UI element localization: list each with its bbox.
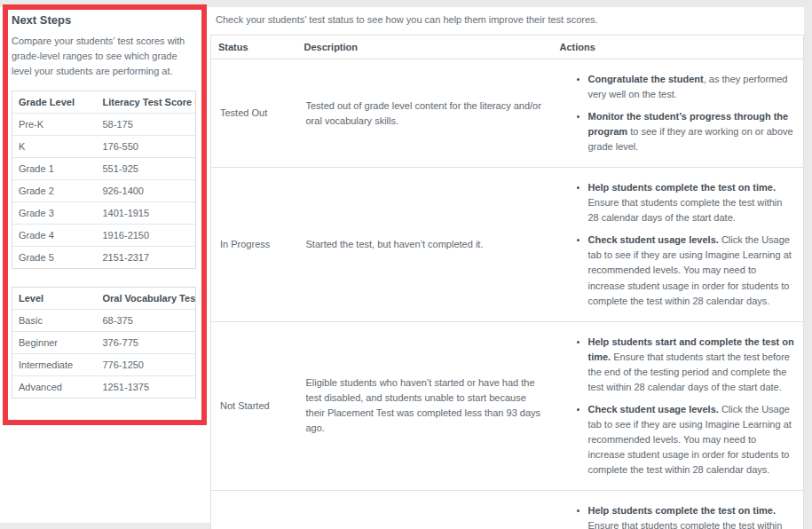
table-row: Grade 5 2151-2317 [12, 247, 196, 269]
table-row: Grade 3 1401-1915 [12, 202, 196, 225]
range-cell: 1251-1375 [97, 376, 196, 399]
range-cell: 1916-2150 [97, 225, 196, 247]
test-status-section: Check your students’ test status to see … [210, 7, 804, 529]
table-row: Advanced 1251-1375 [12, 376, 196, 399]
action-lead: Help students complete the test on time. [588, 182, 776, 193]
range-cell: 58-175 [97, 114, 196, 136]
level-cell: Basic [12, 310, 97, 332]
column-header-level: Level [12, 288, 97, 310]
table-row-not-started: Not Started Eligible students who haven’… [211, 321, 804, 490]
range-cell: 376-775 [97, 332, 196, 354]
table-row: Pre-K 58-175 [12, 114, 196, 136]
grade-cell: Pre-K [12, 114, 97, 136]
actions-cell: Congratulate the student, as they perfor… [553, 59, 804, 168]
level-cell: Beginner [12, 332, 97, 354]
actions-cell: Help students start and complete the tes… [553, 321, 804, 490]
range-cell: 2151-2317 [97, 247, 196, 269]
action-lead: Check student usage levels. [588, 404, 719, 415]
table-header-row: Grade Level Literacy Test Score Ran [12, 91, 196, 114]
action-item: Help students complete the test on time.… [588, 503, 795, 529]
status-cell: In Progress [211, 168, 297, 321]
panel-title: Next Steps [12, 13, 198, 27]
action-item: Help students complete the test on time.… [588, 180, 795, 225]
action-lead: Congratulate the student [588, 74, 704, 84]
actions-cell: Help students complete the test on time.… [553, 491, 804, 529]
grade-level-table: Grade Level Literacy Test Score Ran Pre-… [12, 91, 196, 269]
table-row-in-progress: In Progress Started the test, but haven’… [211, 168, 804, 321]
test-status-table: Status Description Actions Tested Out Te… [210, 35, 804, 529]
action-detail: Ensure that students start the test befo… [588, 351, 790, 392]
action-detail: Click the Usage tab to see if they are u… [588, 234, 792, 305]
table-row-tested-out: Tested Out Tested out of grade level con… [211, 59, 804, 168]
range-cell: 176-550 [97, 136, 196, 158]
column-header-grade-level: Grade Level [12, 91, 97, 114]
action-lead: Check student usage levels. [588, 234, 719, 245]
oral-vocabulary-table: Level Oral Vocabulary Test S. Basic 68-3… [12, 287, 196, 399]
column-header-literacy-range: Literacy Test Score Ran [97, 91, 196, 114]
table-row-expired: Expired Started the test, but didn’t com… [211, 491, 804, 529]
table-row: Grade 4 1916-2150 [12, 225, 196, 247]
actions-list: Help students complete the test on time.… [562, 503, 795, 529]
table-header-row: Level Oral Vocabulary Test S. [12, 288, 196, 310]
grade-cell: Grade 2 [12, 180, 97, 202]
grade-cell: Grade 1 [12, 158, 97, 180]
column-header-description: Description [297, 36, 553, 59]
table-row: Intermediate 776-1250 [12, 354, 196, 376]
range-cell: 1401-1915 [97, 202, 196, 225]
action-item: Congratulate the student, as they perfor… [588, 72, 795, 102]
table-header-row: Status Description Actions [211, 36, 804, 59]
actions-list: Help students complete the test on time.… [562, 180, 795, 308]
table-row: Basic 68-375 [12, 310, 196, 332]
panel-description: Compare your students’ test scores with … [12, 34, 196, 79]
range-cell: 68-375 [97, 310, 196, 332]
table-row: Grade 1 551-925 [12, 158, 196, 180]
next-steps-panel: Next Steps Compare your students’ test s… [0, 7, 210, 399]
action-detail: Ensure that students complete the test w… [588, 520, 783, 529]
description-cell: Eligible students who haven’t started or… [297, 321, 553, 490]
table-row: Grade 2 926-1400 [12, 180, 196, 202]
column-header-actions: Actions [553, 36, 804, 59]
grade-cell: Grade 5 [12, 247, 97, 269]
intro-text: Check your students’ test status to see … [216, 14, 804, 25]
range-cell: 776-1250 [97, 354, 196, 376]
column-header-vocab-range: Oral Vocabulary Test S. [97, 288, 196, 310]
table-row: K 176-550 [12, 136, 196, 158]
grade-cell: Grade 4 [12, 225, 97, 247]
action-item: Check student usage levels. Click the Us… [588, 402, 795, 478]
description-cell: Started the test, but didn’t complete it… [297, 491, 553, 529]
table-row: Beginner 376-775 [12, 332, 196, 354]
column-header-status: Status [211, 36, 297, 59]
range-cell: 926-1400 [97, 180, 196, 202]
action-item: Help students start and complete the tes… [588, 335, 795, 395]
description-cell: Tested out of grade level content for th… [297, 59, 553, 168]
status-cell: Tested Out [211, 59, 297, 168]
grade-cell: Grade 3 [12, 202, 97, 225]
action-item: Check student usage levels. Click the Us… [588, 233, 795, 308]
actions-list: Help students start and complete the tes… [562, 335, 795, 478]
action-detail: Ensure that students complete the test w… [588, 197, 783, 223]
action-lead: Help students complete the test on time. [588, 505, 776, 516]
grade-cell: K [12, 136, 97, 158]
description-cell: Started the test, but haven’t completed … [297, 168, 553, 321]
status-cell: Expired [211, 491, 297, 529]
range-cell: 551-925 [97, 158, 196, 180]
level-cell: Intermediate [12, 354, 97, 376]
actions-list: Congratulate the student, as they perfor… [562, 72, 795, 154]
actions-cell: Help students complete the test on time.… [553, 168, 804, 321]
status-cell: Not Started [211, 321, 297, 490]
content-panel: Next Steps Compare your students’ test s… [0, 7, 804, 523]
action-item: Monitor the student’s progress through t… [588, 109, 795, 154]
level-cell: Advanced [12, 376, 97, 399]
